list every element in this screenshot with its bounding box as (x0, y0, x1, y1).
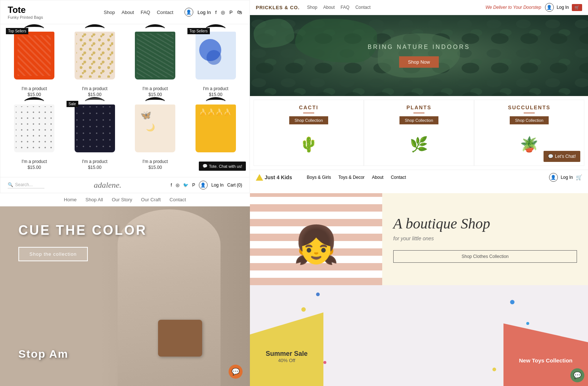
adalene-chat-icon[interactable]: 💬 (229, 365, 243, 379)
boutique-hero-text: A boutique Shop for your little ones Sho… (382, 193, 588, 285)
tote-login-link[interactable]: Log In (198, 10, 211, 15)
tote-product-6[interactable]: Sale I'm a product $15.00 (67, 101, 123, 170)
adalene-shop-button[interactable]: Shop the collection (18, 247, 88, 261)
adalene-nav-ourstory[interactable]: Our Story (112, 197, 132, 202)
prickles-cacti-divider (303, 113, 314, 113)
just4kids-cart-icon[interactable]: 🛒 (576, 174, 582, 180)
tote-nav-links: Shop About FAQ Contact (104, 10, 173, 15)
tote-chat-widget[interactable]: 💬 Tote. Chat with us! (199, 162, 246, 171)
prickles-plants-shop-button[interactable]: Shop Collection (399, 116, 438, 124)
summer-sale-title: Summer Sale (266, 350, 308, 358)
prickles-chat-button[interactable]: 💬 Let's Chat! (544, 151, 580, 162)
footer-cart[interactable]: Cart (0) (227, 183, 242, 188)
adalene-hero-title: CUE THE COLOR (18, 223, 228, 238)
tote-nav-shop[interactable]: Shop (104, 10, 115, 15)
tote-product-1[interactable]: Top Sellers I'm a product $15.00 (6, 28, 63, 97)
search-icon: 🔍 (8, 182, 13, 187)
tote-product-2-price: $15.00 (67, 92, 123, 97)
tote-nav-about[interactable]: About (122, 10, 134, 15)
prickles-nav-about[interactable]: About (323, 5, 335, 10)
just4kids-login[interactable]: Log In (561, 175, 573, 180)
tote-fb-icon: f (215, 10, 217, 15)
boutique-sale-section: Summer Sale 40% Off New Toys Collection … (250, 285, 588, 386)
tote-product-7[interactable]: 🦋 🌙 I'm a product $15.00 (127, 101, 184, 170)
summer-sale-block: Summer Sale 40% Off (250, 312, 323, 386)
prickles-nav-contact[interactable]: Contact (355, 5, 370, 10)
just4kids-nav-contact[interactable]: Contact (391, 175, 406, 180)
tote-product-7-name: I'm a product (127, 159, 184, 164)
tote-product-6-price: $15.00 (67, 165, 123, 170)
prickles-nav-shop[interactable]: Shop (307, 5, 317, 10)
prickles-cacti-title: CACTI (299, 105, 319, 110)
tote-product-2[interactable]: I'm a product $15.00 (67, 28, 123, 97)
adalene-nav-ourcraft[interactable]: Our Craft (141, 197, 161, 202)
dot-blue-1 (316, 293, 320, 296)
footer-fb-icon: f (171, 183, 172, 188)
prickles-shop-now-button[interactable]: Shop Now (399, 56, 439, 68)
prickles-hero: BRING NATURE INDOORS Shop Now (250, 15, 588, 96)
just4kids-nav-toys[interactable]: Toys & Decor (338, 175, 365, 180)
tote-product-4-img (192, 28, 240, 83)
tote-pin-icon: P (229, 10, 233, 15)
tote-footer-right: f ◎ 🐦 P 👤 Log In Cart (0) (171, 181, 242, 190)
tote-brand: Tote Funky Printed Bags (8, 5, 43, 20)
prickles-plants-title: PLANTS (406, 105, 431, 110)
tote-product-3[interactable]: I'm a product $15.00 (127, 28, 184, 97)
prickles-cacti-shop-button[interactable]: Shop Collection (289, 116, 328, 124)
prickles-succulents-shop-button[interactable]: Shop Collection (510, 116, 548, 124)
adalene-stop-am-text: Stop Am (18, 348, 68, 360)
prickles-plants-divider (413, 113, 424, 113)
tote-product-4[interactable]: Top Sellers I'm a product $15.00 (187, 28, 244, 97)
footer-pin-icon: P (192, 183, 195, 188)
prickles-login[interactable]: Log In (557, 5, 569, 10)
dot-yellow-1 (301, 307, 306, 312)
tote-product-5-price: $15.00 (6, 165, 63, 170)
tote-product-4-price: $15.00 (187, 92, 244, 97)
prickles-deliver-text: We Deliver to Your Doorstep (485, 5, 541, 10)
just4kids-nav-about[interactable]: About (372, 175, 383, 180)
footer-login[interactable]: Log In (211, 183, 223, 188)
adalene-bag-display (158, 320, 202, 357)
tote-product-1-name: I'm a product (6, 86, 63, 91)
tote-user-icon: 👤 (184, 8, 193, 17)
tote-nav-right: 👤 Log In f ◎ P 🛍 (184, 8, 242, 17)
adalene-cursive-name: adalene. (94, 180, 121, 190)
prickles-nav-links: Shop About FAQ Contact (307, 5, 370, 10)
adalene-nav-home[interactable]: Home (64, 197, 77, 202)
boutique-panel: 👧 A boutique Shop for your little ones S… (250, 193, 588, 386)
boutique-shop-clothes-button[interactable]: Shop Clothes Collection (393, 250, 577, 263)
tote-search-bar[interactable]: 🔍 Search... (8, 182, 44, 188)
just4kids-nav-right: 👤 Log In 🛒 (549, 173, 582, 182)
adalene-nav-shopall[interactable]: Shop All (86, 197, 103, 202)
dot-blue-2 (510, 300, 514, 304)
footer-user-icon: 👤 (199, 181, 208, 190)
tote-product-5[interactable]: I'm a product $15.00 (6, 101, 63, 170)
prickles-succulents-image: 🪴 (520, 127, 538, 161)
tote-product-8[interactable]: 🍌🍌🍌🍌 (187, 101, 244, 170)
tote-nav-faq[interactable]: FAQ (141, 10, 150, 15)
tote-product-6-img (71, 101, 119, 156)
dot-pink-1 (323, 361, 326, 364)
boutique-child-emoji: 👧 (279, 204, 353, 285)
tote-product-6-name: I'm a product (67, 159, 123, 164)
tote-ig-icon: ◎ (221, 10, 225, 15)
prickles-sub-navbar: Just 4 Kids Boys & Girls Toys & Decor Ab… (250, 170, 588, 185)
tote-product-4-name: I'm a product (187, 86, 244, 91)
adalene-nav-contact[interactable]: Contact (169, 197, 186, 202)
boutique-subtitle: for your little ones (393, 236, 577, 241)
just4kids-nav-boys[interactable]: Boys & Girls (307, 175, 331, 180)
prickles-cart-badge[interactable]: 🛒 (572, 4, 582, 11)
boutique-child-image: 👧 (250, 193, 382, 285)
tote-search-placeholder: Search... (15, 182, 33, 187)
tote-nav-contact[interactable]: Contact (157, 10, 173, 15)
tote-adalene-brand: adalene. (44, 180, 171, 190)
just4kids-brand-name: Just 4 Kids (265, 174, 292, 180)
prickles-plants-category: PLANTS Shop Collection 🌿 (364, 100, 474, 166)
boutique-chat-icon[interactable]: 💬 (570, 368, 584, 382)
prickles-chat-label: Let's Chat! (555, 154, 576, 159)
prickles-succulents-title: SUCCULENTS (508, 105, 551, 110)
just4kids-logo-triangle (256, 174, 263, 181)
tote-cart-icon[interactable]: 🛍 (237, 9, 242, 15)
tote-chat-label: Tote. Chat with us! (209, 164, 243, 169)
prickles-nav-faq[interactable]: FAQ (341, 5, 349, 10)
